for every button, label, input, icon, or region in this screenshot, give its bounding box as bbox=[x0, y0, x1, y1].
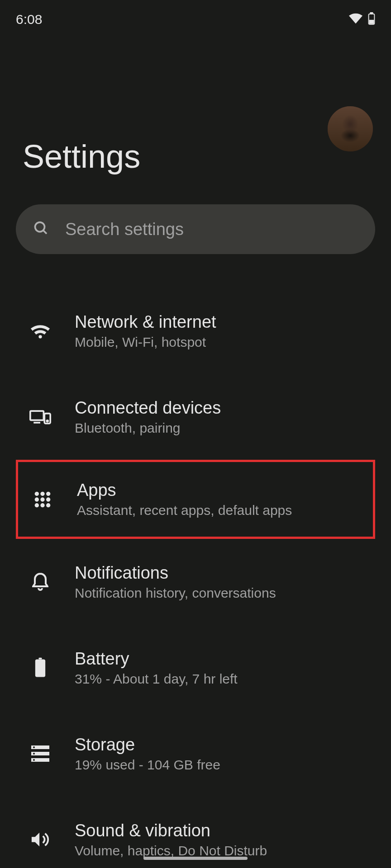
settings-title: Notifications bbox=[75, 563, 276, 583]
settings-subtitle: Mobile, Wi-Fi, hotspot bbox=[75, 335, 216, 350]
settings-subtitle: Bluetooth, pairing bbox=[75, 420, 221, 436]
wifi-icon bbox=[29, 320, 51, 342]
svg-point-26 bbox=[33, 759, 35, 761]
settings-item-notifications[interactable]: Notifications Notification history, conv… bbox=[0, 539, 391, 625]
svg-rect-20 bbox=[35, 659, 45, 677]
home-indicator[interactable] bbox=[143, 857, 248, 860]
status-icons bbox=[349, 12, 375, 27]
svg-point-9 bbox=[47, 420, 48, 422]
svg-rect-19 bbox=[38, 658, 42, 660]
header: Settings bbox=[0, 34, 391, 189]
settings-subtitle: Assistant, recent apps, default apps bbox=[77, 503, 292, 518]
settings-item-apps[interactable]: Apps Assistant, recent apps, default app… bbox=[16, 460, 375, 539]
sound-icon bbox=[29, 829, 51, 850]
settings-title: Network & internet bbox=[75, 312, 216, 332]
settings-title: Battery bbox=[75, 649, 238, 669]
svg-rect-6 bbox=[30, 411, 44, 420]
svg-line-4 bbox=[43, 231, 47, 234]
svg-point-10 bbox=[35, 491, 39, 495]
page-title: Settings bbox=[23, 138, 368, 175]
settings-title: Connected devices bbox=[75, 398, 221, 418]
settings-title: Storage bbox=[75, 735, 220, 755]
svg-point-12 bbox=[46, 491, 50, 495]
svg-point-17 bbox=[40, 503, 44, 507]
settings-item-battery[interactable]: Battery 31% - About 1 day, 7 hr left bbox=[0, 625, 391, 711]
avatar[interactable] bbox=[328, 106, 373, 151]
svg-rect-1 bbox=[370, 12, 372, 14]
settings-title: Sound & vibration bbox=[75, 821, 267, 840]
settings-list: Network & internet Mobile, Wi-Fi, hotspo… bbox=[0, 254, 391, 868]
svg-point-3 bbox=[35, 222, 45, 232]
bell-icon bbox=[29, 571, 51, 593]
search-placeholder: Search settings bbox=[65, 220, 184, 239]
settings-item-network[interactable]: Network & internet Mobile, Wi-Fi, hotspo… bbox=[0, 288, 391, 374]
svg-point-13 bbox=[35, 497, 39, 501]
settings-subtitle: Notification history, conversations bbox=[75, 585, 276, 601]
devices-icon bbox=[29, 406, 51, 428]
storage-icon bbox=[29, 743, 51, 764]
svg-point-18 bbox=[46, 503, 50, 507]
search-bar[interactable]: Search settings bbox=[16, 204, 375, 254]
svg-rect-2 bbox=[370, 20, 374, 23]
settings-subtitle: 31% - About 1 day, 7 hr left bbox=[75, 671, 238, 687]
settings-subtitle: Volume, haptics, Do Not Disturb bbox=[75, 843, 267, 859]
svg-point-5 bbox=[38, 335, 42, 338]
status-bar: 6:08 bbox=[0, 0, 391, 34]
apps-icon bbox=[32, 489, 53, 510]
settings-subtitle: 19% used - 104 GB free bbox=[75, 757, 220, 773]
svg-point-25 bbox=[33, 753, 35, 755]
settings-item-connected-devices[interactable]: Connected devices Bluetooth, pairing bbox=[0, 374, 391, 460]
settings-title: Apps bbox=[77, 481, 292, 500]
search-icon bbox=[33, 220, 49, 238]
status-time: 6:08 bbox=[16, 12, 42, 27]
svg-point-15 bbox=[46, 497, 50, 501]
svg-point-16 bbox=[35, 503, 39, 507]
battery-icon bbox=[29, 657, 51, 679]
svg-point-14 bbox=[40, 497, 44, 501]
battery-icon bbox=[368, 12, 375, 27]
svg-point-11 bbox=[40, 491, 44, 495]
settings-item-storage[interactable]: Storage 19% used - 104 GB free bbox=[0, 711, 391, 797]
wifi-icon bbox=[349, 13, 362, 26]
svg-point-24 bbox=[33, 746, 35, 748]
